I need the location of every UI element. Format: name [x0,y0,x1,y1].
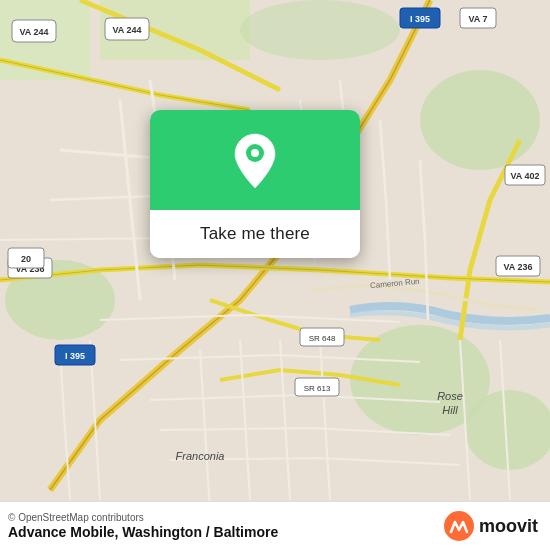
svg-text:20: 20 [21,254,31,264]
bottom-bar: © OpenStreetMap contributors Advance Mob… [0,501,550,550]
svg-text:Franconia: Franconia [176,450,225,462]
svg-point-35 [251,149,259,157]
map-container: VA 244 VA 244 VA 7 I 395 I 395 VA 402 VA… [0,0,550,550]
location-pin-icon [228,132,282,192]
svg-text:SR 648: SR 648 [309,334,336,343]
moovit-icon [443,510,475,542]
svg-point-36 [444,511,474,541]
map-svg: VA 244 VA 244 VA 7 I 395 I 395 VA 402 VA… [0,0,550,550]
svg-text:VA 244: VA 244 [19,27,48,37]
svg-point-3 [420,70,540,170]
svg-text:VA 244: VA 244 [112,25,141,35]
svg-point-7 [240,0,400,60]
svg-text:VA 236: VA 236 [503,262,532,272]
app-title: Advance Mobile, Washington / Baltimore [8,524,278,540]
take-me-there-button[interactable]: Take me there [150,210,360,258]
attribution-text: © OpenStreetMap contributors [8,512,278,523]
svg-text:Rose: Rose [437,390,463,402]
popup-icon-area [150,110,360,210]
svg-text:I 395: I 395 [65,351,85,361]
moovit-text: moovit [479,516,538,537]
bottom-left: © OpenStreetMap contributors Advance Mob… [8,512,278,540]
svg-text:VA 402: VA 402 [510,171,539,181]
svg-text:I 395: I 395 [410,14,430,24]
svg-text:VA 7: VA 7 [468,14,487,24]
svg-text:Hill: Hill [442,404,458,416]
popup-card: Take me there [150,110,360,258]
moovit-logo[interactable]: moovit [443,510,538,542]
svg-text:SR 613: SR 613 [304,384,331,393]
